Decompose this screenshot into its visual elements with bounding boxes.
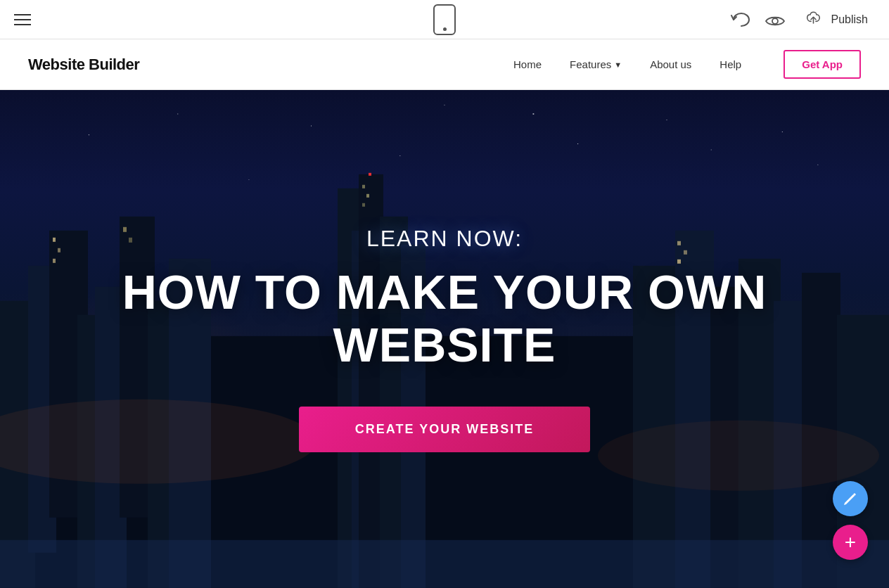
nav-help[interactable]: Help <box>719 58 741 70</box>
add-fab-button[interactable]: + <box>833 525 868 560</box>
publish-button[interactable]: Publish <box>799 6 875 33</box>
toolbar-left <box>14 14 31 25</box>
nav-features[interactable]: Features ▼ <box>570 58 622 70</box>
hero-title: HOW TO MAKE YOUR OWN WEBSITE <box>28 266 861 371</box>
hamburger-menu-icon[interactable] <box>14 14 31 25</box>
svg-point-0 <box>772 18 778 24</box>
create-website-button[interactable]: CREATE YOUR WEBSITE <box>299 407 590 452</box>
get-app-button[interactable]: Get App <box>784 50 861 79</box>
hero-section: LEARN NOW: HOW TO MAKE YOUR OWN WEBSITE … <box>0 90 889 588</box>
phone-home-button <box>443 27 447 31</box>
nav-about[interactable]: About us <box>650 58 691 70</box>
website-navbar: Website Builder Home Features ▼ About us… <box>0 39 889 90</box>
publish-label: Publish <box>831 13 868 26</box>
toolbar-center <box>433 4 456 35</box>
fab-container: + <box>833 481 868 560</box>
edit-fab-button[interactable] <box>833 481 868 516</box>
site-logo: Website Builder <box>28 56 139 74</box>
editor-toolbar: Publish <box>0 0 889 39</box>
hero-subtitle: LEARN NOW: <box>366 226 523 252</box>
toolbar-right: Publish <box>730 6 875 33</box>
chevron-down-icon: ▼ <box>614 60 622 69</box>
mobile-preview-button[interactable] <box>433 4 456 35</box>
add-icon: + <box>845 532 856 552</box>
cloud-upload-icon <box>806 11 826 29</box>
preview-eye-icon[interactable] <box>765 13 785 26</box>
undo-icon[interactable] <box>730 11 751 28</box>
nav-home[interactable]: Home <box>513 58 542 70</box>
site-navigation: Home Features ▼ About us Help <box>513 58 741 70</box>
hero-content: LEARN NOW: HOW TO MAKE YOUR OWN WEBSITE … <box>0 90 889 588</box>
